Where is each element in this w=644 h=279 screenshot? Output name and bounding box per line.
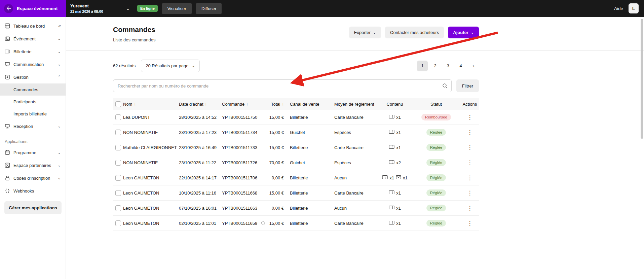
cell-content: x1 [378,145,412,150]
chevron-down-icon: ⌄ [58,150,61,155]
cell-channel: Guichet [290,130,334,135]
sidebar-item-imports-billetterie[interactable]: Imports billetterie [0,108,66,120]
column-header-moyen: Moyen de règlement [334,102,378,107]
row-checkbox[interactable] [115,160,121,166]
ticket-icon [389,145,394,150]
row-checkbox[interactable] [115,114,121,120]
row-actions-button[interactable]: ⋮ [464,189,476,197]
pagination-page-button[interactable]: 4 [455,61,466,71]
topbar-brand: Espace événement [0,0,66,17]
cell-payment: Espèces [334,160,378,165]
ticket-icon [389,130,394,135]
search-wrap [113,79,452,92]
content-item: x2 [389,160,401,165]
sidebar-item-management[interactable]: Gestion ⌃ [0,71,66,83]
event-name: Yurevent [70,3,103,8]
sort-desc-icon: ↓ [134,102,136,106]
cell-date: 28/10/2025 à 14:52 [179,115,222,120]
per-page-select[interactable]: 20 Résultats par page ⌄ [141,60,199,72]
ticket-icon [389,160,394,165]
column-header-commande[interactable]: Commande↓ [222,102,269,107]
cell-order-id: YPTB0001511734 [222,130,269,135]
row-checkbox[interactable] [115,205,121,211]
row-checkbox[interactable] [115,145,121,150]
add-button[interactable]: Ajouter ⌄ [448,27,479,38]
row-checkbox[interactable] [115,175,121,181]
sidebar-item-webhooks[interactable]: Webhooks [0,184,66,197]
scrollbar-track[interactable] [640,17,644,279]
cell-actions: ⋮ [461,113,479,121]
export-button[interactable]: Exporter ⌄ [349,27,381,38]
pagination-page-button[interactable]: 2 [430,61,441,71]
table-row: Léa DUPONT28/10/2025 à 14:52YPTB00015117… [113,110,479,125]
sidebar-item-espace-partenaires[interactable]: Espace partenaires ⌄ [0,159,66,172]
page-subtitle: Liste des commandes [113,37,155,42]
row-actions-button[interactable]: ⋮ [464,159,476,167]
pagination-page-button[interactable]: 3 [443,61,453,71]
cell-status: Réglée [412,220,461,226]
row-actions-button[interactable]: ⋮ [464,219,476,228]
content-item: x1 [389,205,401,211]
sidebar-item-programme[interactable]: Programme ⌄ [0,146,66,159]
status-badge: Remboursée [421,114,451,120]
cell-channel: Billetterie [290,190,334,196]
row-checkbox[interactable] [115,190,121,196]
cell-content: x2 [378,160,412,165]
scrollbar-thumb[interactable] [641,19,643,139]
sidebar-item-dashboard[interactable]: Tableau de bord « [0,20,66,32]
cell-order-id: YPTB0001511750 [222,115,269,120]
cell-channel: Billetterie [290,206,334,211]
column-header-total[interactable]: Total↓ [269,102,290,107]
status-badge: Réglée [426,189,446,196]
sidebar-item-reception[interactable]: Réception ⌄ [0,120,66,133]
row-actions-button[interactable]: ⋮ [464,143,476,152]
column-header-canal: Canal de vente [290,102,334,107]
row-actions-button[interactable]: ⋮ [464,174,476,182]
sidebar-item-label: Commandes [13,87,38,92]
row-checkbox[interactable] [115,130,121,135]
sidebar-collapse-icon[interactable]: « [58,23,61,29]
pagination-next-button[interactable]: › [468,61,479,71]
cell-payment: Carte Bancaire [334,115,378,120]
column-header-nom[interactable]: Nom↓ [123,102,179,107]
cell-channel: Billetterie [290,145,334,150]
row-actions-button[interactable]: ⋮ [464,113,476,121]
back-button[interactable] [4,4,13,13]
user-avatar[interactable]: L [629,3,639,13]
event-switcher[interactable]: Yurevent 21 mai 2026 à 08:00 ⌄ [70,3,130,13]
event-date: 21 mai 2026 à 08:00 [70,9,103,13]
sidebar-item-codes-inscription[interactable]: Codes d'inscription ⌄ [0,172,66,184]
table-body: Léa DUPONT28/10/2025 à 14:52YPTB00015117… [113,110,479,231]
sidebar-item-participants[interactable]: Participants [0,96,66,108]
sidebar-item-ticketing[interactable]: Billetterie ⌄ [0,45,66,58]
row-actions-button[interactable]: ⋮ [464,128,476,137]
search-input[interactable] [113,79,452,92]
pagination-page-button[interactable]: 1 [417,61,428,71]
cell-status: Réglée [412,159,461,166]
select-all-checkbox[interactable] [115,101,121,107]
column-header-date-achat[interactable]: Date d'achat↓ [179,102,222,107]
sidebar-item-commandes[interactable]: Commandes [0,83,66,96]
diffuser-button[interactable]: Diffuser [196,3,222,14]
chevron-down-icon: ⌄ [126,6,130,11]
sort-desc-icon: ↓ [205,102,207,106]
ticket-icon [5,49,10,54]
app-title: Espace événement [17,6,58,11]
row-checkbox[interactable] [115,220,121,226]
contact-buyers-button[interactable]: Contacter mes acheteurs [385,27,444,38]
sidebar-item-event[interactable]: Événement ⌄ [0,32,66,45]
cell-order-id: YPTB0001511726 [222,160,269,165]
help-link[interactable]: Aide [614,6,623,11]
main-content: Commandes Liste des commandes Exporter ⌄… [66,17,644,279]
sidebar-item-communication[interactable]: Communication ⌄ [0,58,66,71]
sort-desc-icon: ↓ [246,102,248,106]
cell-total: 15,00 € [269,190,290,196]
manage-applications-button[interactable]: Gérer mes applications [4,201,62,214]
cell-name: Leon GAUMETON [123,190,179,196]
visualiser-button[interactable]: Visualiser [162,3,192,14]
row-actions-button[interactable]: ⋮ [464,204,476,212]
cell-name: NON NOMINATIF [123,160,179,165]
filter-button[interactable]: Filtrer [456,79,479,92]
search-toolbar: Filtrer [113,79,479,92]
cell-actions: ⋮ [461,174,479,182]
